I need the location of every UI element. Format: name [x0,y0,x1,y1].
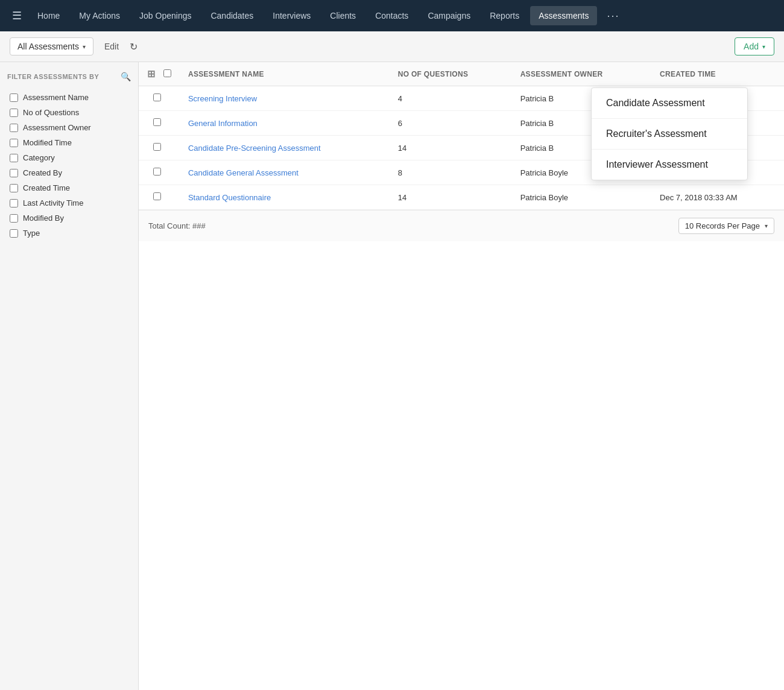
nav-item-home[interactable]: Home [29,6,68,25]
filter-checkbox[interactable] [10,124,18,132]
nav-item-interviews[interactable]: Interviews [264,6,319,25]
nav-item-job-openings[interactable]: Job Openings [131,6,200,25]
filter-label[interactable]: Assessment Owner [23,123,91,132]
total-count: Total Count: ### [148,221,206,230]
assessment-name-link[interactable]: Standard Questionnaire [188,193,271,202]
nav-item-clients[interactable]: Clients [321,6,364,25]
row-checkbox[interactable] [153,93,161,101]
filter-item: Last Activity Time [7,195,131,210]
filter-item: Created By [7,165,131,180]
nav-item-assessments[interactable]: Assessments [530,6,597,25]
nav-item-my-actions[interactable]: My Actions [71,6,128,25]
dropdown-item[interactable]: Candidate Assessment [592,88,747,119]
row-checkbox[interactable] [153,168,161,176]
filter-search-icon[interactable]: 🔍 [121,72,131,81]
filter-checkbox[interactable] [10,154,18,162]
chevron-down-icon: ▾ [762,43,765,50]
filter-item: No of Questions [7,105,131,120]
nav-item-candidates[interactable]: Candidates [202,6,262,25]
filter-item: Modified Time [7,135,131,150]
sidebar: FILTER ASSESSMENTS BY 🔍 Assessment NameN… [0,62,139,690]
top-nav: ☰ Home My Actions Job Openings Candidate… [0,0,784,31]
row-checkbox[interactable] [153,143,161,151]
dropdown-item[interactable]: Interviewer Assessment [592,150,747,180]
filter-item: Modified By [7,210,131,226]
add-dropdown-menu: Candidate AssessmentRecruiter's Assessme… [591,87,748,180]
add-button[interactable]: Add ▾ [735,37,774,55]
filter-label[interactable]: Type [23,229,40,238]
table-area: ⊞ ASSESSMENT NAME NO OF QUESTIONS ASSESS… [139,62,784,690]
records-per-page-label: 10 Records Per Page [685,221,760,230]
all-assessments-button[interactable]: All Assessments ▾ [10,37,93,55]
select-all-checkbox[interactable] [163,69,171,77]
filter-checkbox[interactable] [10,199,18,207]
col-created-time[interactable]: CREATED TIME [651,62,784,86]
nav-item-contacts[interactable]: Contacts [367,6,417,25]
questions-count: 6 [390,111,512,136]
records-per-page-select[interactable]: 10 Records Per Page ▾ [678,218,774,234]
table-header-row: ⊞ ASSESSMENT NAME NO OF QUESTIONS ASSESS… [139,62,784,86]
created-time: Dec 7, 2018 03:33 AM [651,185,784,210]
assessment-name-link[interactable]: General Information [188,119,258,128]
all-assessments-label: All Assessments [17,42,79,51]
edit-button[interactable]: Edit [100,39,124,54]
more-options-icon[interactable]: ··· [599,5,627,27]
filter-checkbox[interactable] [10,109,18,117]
filter-label[interactable]: No of Questions [23,108,79,117]
questions-count: 14 [390,185,512,210]
assessment-name-link[interactable]: Screening Interview [188,94,257,103]
columns-icon[interactable]: ⊞ [147,69,155,79]
col-no-of-questions[interactable]: NO OF QUESTIONS [390,62,512,86]
filter-item: Created Time [7,180,131,195]
filter-checkbox[interactable] [10,214,18,223]
questions-count: 8 [390,160,512,185]
filter-label[interactable]: Created Time [23,183,70,192]
table-footer: Total Count: ### 10 Records Per Page ▾ [139,210,784,241]
filter-label[interactable]: Assessment Name [23,93,89,102]
filter-item: Category [7,150,131,165]
toolbar: All Assessments ▾ Edit ↻ Add ▾ [0,31,784,62]
filter-item: Assessment Owner [7,120,131,135]
filter-label[interactable]: Created By [23,168,62,177]
filter-item: Assessment Name [7,90,131,105]
filter-checkbox[interactable] [10,229,18,238]
filter-label[interactable]: Last Activity Time [23,198,83,207]
nav-item-reports[interactable]: Reports [481,6,528,25]
add-label: Add [744,42,759,51]
filter-label[interactable]: Modified By [23,214,64,223]
main-content: FILTER ASSESSMENTS BY 🔍 Assessment NameN… [0,62,784,690]
filter-checkbox[interactable] [10,184,18,192]
filter-checkbox[interactable] [10,139,18,147]
col-assessment-owner[interactable]: ASSESSMENT OWNER [512,62,651,86]
row-checkbox[interactable] [153,192,161,200]
questions-count: 14 [390,136,512,160]
filter-label[interactable]: Modified Time [23,138,72,147]
records-per-page: 10 Records Per Page ▾ [678,218,774,234]
col-assessment-name[interactable]: ASSESSMENT NAME [180,62,390,86]
dropdown-item[interactable]: Recruiter's Assessment [592,119,747,150]
filter-checkbox[interactable] [10,93,18,102]
assessment-name-link[interactable]: Candidate General Assessment [188,168,299,177]
nav-item-campaigns[interactable]: Campaigns [419,6,479,25]
hamburger-icon[interactable]: ☰ [7,4,27,27]
table-row: Standard Questionnaire14Patricia BoyleDe… [139,185,784,210]
filter-title: FILTER ASSESSMENTS BY [7,73,99,80]
refresh-icon[interactable]: ↻ [130,41,138,52]
assessment-name-link[interactable]: Candidate Pre-Screening Assessment [188,144,321,153]
filter-item: Type [7,226,131,241]
owner: Patricia Boyle [512,185,651,210]
chevron-down-icon: ▾ [83,43,86,50]
filter-header: FILTER ASSESSMENTS BY 🔍 [7,72,131,81]
questions-count: 4 [390,86,512,111]
filter-checkbox[interactable] [10,169,18,177]
row-checkbox[interactable] [153,118,161,126]
chevron-down-icon: ▾ [765,223,768,229]
filter-items: Assessment NameNo of QuestionsAssessment… [7,90,131,241]
filter-label[interactable]: Category [23,153,55,162]
